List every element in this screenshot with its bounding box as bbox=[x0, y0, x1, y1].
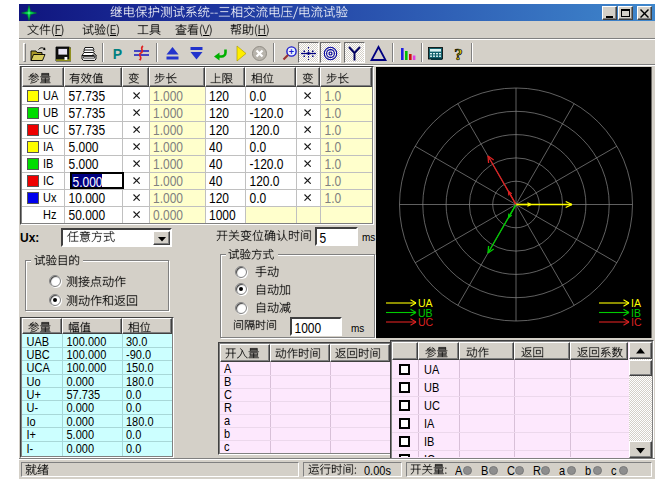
svg-text:?: ? bbox=[454, 45, 463, 62]
svg-text:P: P bbox=[112, 46, 121, 62]
svg-text:UC: UC bbox=[418, 316, 434, 328]
svg-text:+: + bbox=[289, 47, 294, 57]
svg-text:IC: IC bbox=[631, 316, 642, 328]
